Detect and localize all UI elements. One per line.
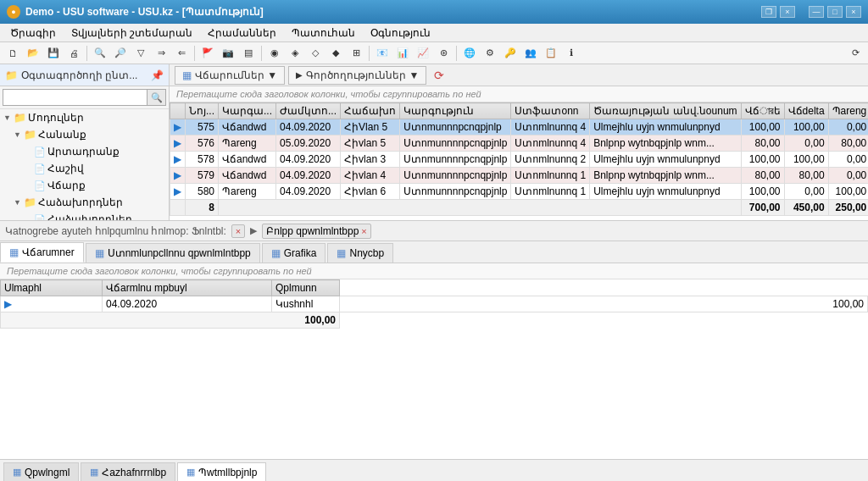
btab-payments-icon: ▦	[9, 246, 19, 258]
tb-icon-3[interactable]: 💾	[44, 44, 63, 63]
menu-commands[interactable]: Հրամաններ	[201, 25, 283, 41]
tb-funnel[interactable]: ▽	[131, 44, 150, 63]
wtab-report[interactable]: ▦ Qpwlngml	[3, 462, 79, 481]
tb-flag[interactable]: 🚩	[198, 44, 217, 63]
cell-type: Պareng	[219, 184, 276, 200]
sidebar-item-modules[interactable]: ▼ 📁 Մոդուլներ	[0, 109, 169, 126]
cell-num: 575	[186, 119, 219, 135]
col-category[interactable]: Կարգություն	[400, 103, 511, 119]
wtab-customers[interactable]: ▦ Հazhafnrrnlbp	[81, 462, 175, 481]
menu-bar: Ծրագիր Տվյալների շտեմարան Հրամաններ Պատո…	[0, 24, 868, 42]
tb-camera[interactable]: 📷	[219, 44, 237, 63]
tb-filter[interactable]: 🔎	[111, 44, 130, 63]
btab-notes[interactable]: ▦ Nnycbp	[327, 243, 393, 263]
total-pay2: 450,00	[784, 200, 828, 216]
cell-pay1: 100,00	[741, 184, 784, 200]
sidebar-item-artadranq[interactable]: 📄 Արտադրանք	[0, 143, 169, 160]
btab-graph[interactable]: ▦ Grafika	[262, 243, 326, 263]
sidebar-item-customers[interactable]: 📄 Հաձախորդներ	[0, 211, 169, 220]
refresh-button[interactable]: ⟳	[430, 66, 448, 85]
tb-icon-9[interactable]: ◆	[326, 44, 345, 63]
tb-icon-20[interactable]: ℹ	[562, 44, 581, 63]
bcol-amount[interactable]: Qplmunn	[272, 280, 340, 296]
filter-tag-2-close[interactable]: ×	[361, 226, 366, 236]
sidebar-title: Օգտագործողի ընտ...	[21, 69, 137, 81]
tb-icon-11[interactable]: 📧	[373, 44, 392, 63]
filter-tag-1-close[interactable]: ×	[236, 226, 241, 236]
tb-icon-1[interactable]: 🗋	[3, 44, 22, 63]
sidebar-item-vcharq[interactable]: 📄 Վճարք	[0, 177, 169, 194]
sidebar-item-customers-folder[interactable]: ▼ 📁 Հաձախորդներ	[0, 194, 169, 211]
tb-icon-14[interactable]: ⊛	[434, 44, 453, 63]
cell-category: Ստnmunnnnpcnqpjnlp	[400, 135, 511, 152]
tb-search[interactable]: 🔍	[91, 44, 109, 63]
tb-icon-4[interactable]: 🖨	[64, 44, 83, 63]
col-num[interactable]: Նոյ...	[186, 103, 219, 119]
tb-icon-17[interactable]: 🔑	[501, 44, 520, 63]
tb-icon-15[interactable]: 🌐	[460, 44, 479, 63]
tb-separator-2	[194, 46, 195, 61]
col-pay1[interactable]: Վճারե	[741, 103, 784, 119]
folder-icon-hananq: 📁	[24, 129, 36, 141]
tb-icon-19[interactable]: 📋	[542, 44, 560, 63]
tb-icon-right[interactable]: ⟳	[846, 44, 865, 63]
tb-icon-8[interactable]: ◇	[306, 44, 325, 63]
btab-payments[interactable]: ▦ Վճarumner	[0, 242, 84, 263]
col-service[interactable]: Ծառայության անվ.նounum	[590, 103, 741, 119]
menu-program[interactable]: Ծրագիր	[3, 25, 63, 41]
tb-icon-6[interactable]: ◉	[265, 44, 284, 63]
col-pay3[interactable]: Պareng	[828, 103, 868, 119]
col-date[interactable]: Ժամկտո...	[276, 103, 341, 119]
top-content-toolbar: ▦ Վճարումներ ▼ ▶ Գործողություններ ▼ ⟳	[170, 64, 868, 86]
col-status[interactable]: Ստֆատonn	[511, 103, 590, 119]
tb-icon-13[interactable]: 📈	[414, 44, 432, 63]
tb-icon-5[interactable]: ▤	[239, 44, 258, 63]
tb-icon-12[interactable]: 📊	[393, 44, 412, 63]
table-row[interactable]: ▶ 580 Պareng 04.09.2020 Հիvlan 6 Ստnmunn…	[170, 184, 869, 200]
close-btn[interactable]: ×	[846, 6, 861, 18]
menu-window[interactable]: Պատուհան	[285, 25, 362, 41]
search-input[interactable]	[3, 89, 147, 106]
tb-icon-2[interactable]: 📂	[24, 44, 42, 63]
search-button[interactable]: 🔍	[147, 89, 166, 106]
wtab-history-icon: ▦	[186, 467, 195, 478]
btab-transactions[interactable]: ▦ Ստnmlunpcllnnu qpwnlmlntbpp	[86, 243, 260, 263]
tb-export[interactable]: ⇐	[172, 44, 191, 63]
bcell-type: Կushnhl	[272, 296, 340, 312]
min-btn[interactable]: —	[809, 6, 824, 18]
col-client[interactable]: Հաճախո	[341, 103, 400, 119]
search-area: 🔍	[0, 86, 169, 109]
total-pay1: 700,00	[741, 200, 784, 216]
table-row[interactable]: ▶ 575 Վճandwd 04.09.2020 ՀիVlan 5 Ստnmun…	[170, 119, 869, 135]
cell-type: Վճandwd	[219, 152, 276, 168]
tb-icon-10[interactable]: ⊞	[347, 44, 365, 63]
btn-payments[interactable]: ▦ Վճարումներ ▼	[175, 66, 285, 85]
sub-restore-btn[interactable]: ❐	[761, 6, 776, 18]
wtab-history[interactable]: ▦ Պwtmllbpjnlp	[177, 462, 266, 481]
bcol-type[interactable]: Վճarmlnu mpbuyl	[103, 280, 272, 296]
max-btn[interactable]: □	[827, 6, 843, 18]
bcol-date[interactable]: Ulmaphl	[1, 280, 103, 296]
menu-help[interactable]: Օգնություն	[364, 25, 437, 41]
tb-import[interactable]: ⇒	[152, 44, 170, 63]
col-pay2[interactable]: Վճdelta	[784, 103, 828, 119]
table-row[interactable]: ▶ 579 Վճandwd 04.09.2020 Հիvlan 4 Ստnmun…	[170, 168, 869, 184]
total-count: 8	[186, 200, 219, 216]
page-icon-hashiv: 📄	[34, 163, 46, 174]
tb-icon-18[interactable]: 👥	[521, 44, 540, 63]
bottom-table-row[interactable]: ▶ 04.09.2020 Կushnhl 100,00	[1, 296, 868, 312]
tb-icon-7[interactable]: ◈	[286, 44, 304, 63]
bcell-date: 04.09.2020	[103, 296, 272, 312]
menu-database[interactable]: Տվյալների շտեմարան	[64, 25, 199, 41]
sidebar-item-hananq[interactable]: ▼ 📁 Հանանք	[0, 126, 169, 143]
table-row[interactable]: ▶ 576 Պareng 05.09.2020 Հիvlan 5 Ստnmunn…	[170, 135, 869, 152]
sub-close-btn[interactable]: ×	[780, 6, 795, 18]
col-type[interactable]: Կարգա...	[219, 103, 276, 119]
sidebar-item-hashiv[interactable]: 📄 Հաշիվ	[0, 160, 169, 177]
tb-icon-16[interactable]: ⚙	[481, 44, 499, 63]
btn-transactions[interactable]: ▶ Գործողություններ ▼	[288, 66, 426, 85]
cell-date: 04.09.2020	[276, 119, 341, 135]
col-marker	[170, 103, 186, 119]
sidebar-pin-icon[interactable]: 📌	[151, 69, 164, 81]
table-row[interactable]: ▶ 578 Վճandwd 04.09.2020 Հիvlan 3 Ստnmun…	[170, 152, 869, 168]
